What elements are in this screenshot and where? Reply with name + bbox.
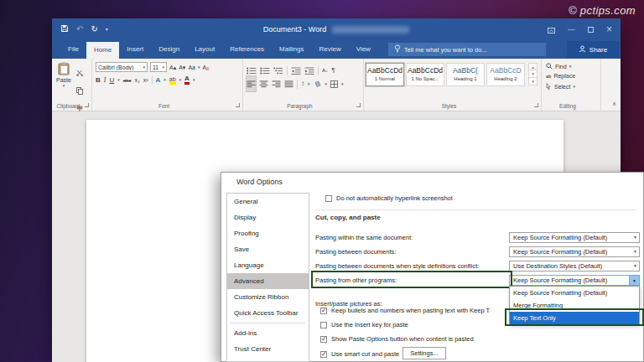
insert-key-checkbox-row[interactable]: Use the Insert key for paste	[320, 321, 408, 328]
sidebar-item-save[interactable]: Save	[227, 241, 309, 257]
font-size-select[interactable]: 11▾	[150, 62, 167, 72]
replace-button[interactable]: ab Replace	[546, 73, 575, 79]
font-name-select[interactable]: Calibri (Body)▾	[96, 62, 148, 72]
font-group: Calibri (Body)▾ 11▾ A▴ A▾ Aa▾ A B I U▾ a…	[92, 59, 243, 111]
scroll-down-icon[interactable]: ▾	[528, 70, 538, 78]
tab-layout[interactable]: Layout	[187, 40, 222, 59]
sidebar-item-add-ins[interactable]: Add-ins	[227, 325, 309, 341]
styles-group: AaBbCcDd 1 Normal AaBbCcDd 1 No Spac... …	[364, 59, 542, 111]
ribbon-display-options-icon[interactable]	[548, 22, 555, 37]
text-effects-button[interactable]: A	[156, 77, 161, 84]
sidebar-item-advanced[interactable]: Advanced	[227, 273, 309, 289]
keep-bullets-checkbox-row[interactable]: Keep bullets and numbers when pasting te…	[320, 307, 490, 314]
pasting-between-dropdown[interactable]: Keep Source Formatting (Default) ▼	[509, 246, 640, 257]
align-left-icon[interactable]	[247, 76, 256, 91]
share-button[interactable]: Share	[567, 41, 619, 58]
shrink-font-button[interactable]: A▾	[179, 65, 185, 70]
pasting-between-label: Pasting between documents:	[315, 246, 396, 257]
pasting-conflict-dropdown[interactable]: Use Destination Styles (Default) ▼	[509, 261, 640, 272]
search-icon	[546, 63, 553, 70]
sidebar-item-general[interactable]: General	[227, 194, 309, 209]
checkbox-checked[interactable]	[320, 308, 327, 314]
checkbox-unchecked[interactable]	[325, 195, 332, 202]
annotation-box-label	[311, 271, 512, 288]
select-button[interactable]: Select ▾	[546, 83, 575, 90]
checkbox-checked[interactable]	[320, 351, 327, 358]
style-normal[interactable]: AaBbCcDd 1 Normal	[366, 63, 404, 86]
paste-button[interactable]: Paste ▾	[54, 62, 74, 88]
align-right-icon[interactable]	[272, 76, 281, 91]
dropdown-value: Keep Source Formatting (Default)	[513, 277, 607, 284]
tab-mailings[interactable]: Mailings	[272, 40, 311, 59]
pasting-other-programs-dropdown[interactable]: Keep Source Formatting (Default) ▼	[509, 275, 640, 286]
lightbulb-icon	[394, 44, 401, 54]
styles-dialog-launcher-icon[interactable]	[534, 103, 538, 107]
sidebar-item-display[interactable]: Display	[227, 209, 309, 225]
sidebar-item-quick-access-toolbar[interactable]: Quick Access Toolbar	[227, 305, 309, 321]
tab-view[interactable]: View	[349, 40, 378, 59]
font-dialog-launcher-icon[interactable]	[236, 103, 240, 107]
styles-more-icon[interactable]: ▾	[528, 78, 538, 85]
dropdown-arrow-button[interactable]: ▼	[629, 276, 639, 285]
style-no-spacing[interactable]: AaBbCcDd 1 No Spac...	[406, 63, 444, 86]
tell-me-box[interactable]: Tell me what you want to do...	[388, 43, 546, 56]
font-color-button[interactable]: A	[184, 75, 190, 85]
checkbox-label: Keep bullets and numbers when pasting te…	[331, 307, 490, 314]
style-heading-1[interactable]: AaBbC( Heading 1	[446, 63, 485, 86]
checkbox-checked[interactable]	[320, 336, 327, 343]
replace-icon: ab	[546, 74, 551, 79]
line-spacing-icon[interactable]: ↕	[301, 80, 304, 87]
justify-icon[interactable]	[284, 76, 293, 91]
maximize-icon[interactable]	[588, 27, 594, 33]
strikethrough-button[interactable]: abc	[123, 78, 132, 83]
style-heading-2[interactable]: AaBbCcD Heading 2	[486, 63, 525, 86]
subscript-button[interactable]: x₂	[134, 77, 139, 83]
tab-design[interactable]: Design	[151, 40, 187, 59]
shading-icon[interactable]	[314, 76, 322, 91]
dialog-sidebar: General Display Proofing Save Language A…	[226, 193, 309, 362]
hyperlink-checkbox-row[interactable]: Do not automatically hyperlink screensho…	[325, 194, 453, 202]
sidebar-item-language[interactable]: Language	[227, 257, 309, 273]
sidebar-item-trust-center[interactable]: Trust Center	[227, 341, 309, 357]
ribbon-tab-bar: File Home Insert Design Layout Reference…	[52, 40, 621, 59]
settings-button[interactable]: Settings...	[402, 347, 446, 359]
underline-button[interactable]: U	[109, 77, 114, 84]
paragraph-group-label: Paragraph	[243, 103, 356, 109]
style-name: 1 No Spac...	[407, 76, 444, 81]
style-preview: AaBbCcDd	[407, 66, 444, 75]
scroll-up-icon[interactable]: ▴	[528, 63, 538, 70]
pilcrow-icon[interactable]: ¶	[331, 67, 335, 74]
grow-font-button[interactable]: A▴	[169, 65, 176, 70]
checkbox-unchecked[interactable]	[320, 322, 327, 328]
tab-references[interactable]: References	[222, 40, 272, 59]
clipboard-dialog-launcher-icon[interactable]	[85, 103, 89, 107]
collapse-ribbon-icon[interactable]: ∧	[612, 101, 616, 107]
borders-icon[interactable]	[330, 76, 338, 91]
change-case-button[interactable]: Aa	[188, 65, 195, 70]
find-button[interactable]: Find ▾	[546, 63, 571, 70]
align-center-icon[interactable]	[259, 76, 268, 91]
dropdown-option-keep-source[interactable]: Keep Source Formatting (Default)	[510, 287, 639, 299]
sidebar-item-proofing[interactable]: Proofing	[227, 225, 309, 241]
tab-insert[interactable]: Insert	[119, 40, 151, 59]
paste-options-checkbox-row[interactable]: Show Paste Options button when content i…	[320, 335, 474, 343]
dialog-title: Word Options	[236, 178, 283, 186]
copy-icon[interactable]	[76, 83, 83, 98]
tab-review[interactable]: Review	[311, 40, 348, 59]
sidebar-item-customize-ribbon[interactable]: Customize Ribbon	[227, 289, 309, 305]
paragraph-dialog-launcher-icon[interactable]	[356, 103, 361, 107]
superscript-button[interactable]: x²	[143, 77, 148, 83]
clear-formatting-button[interactable]: A	[202, 65, 206, 70]
bold-button[interactable]: B	[96, 77, 101, 84]
close-icon[interactable]: ×	[606, 23, 612, 35]
tab-home[interactable]: Home	[86, 42, 119, 59]
tab-file[interactable]: File	[60, 40, 86, 59]
pasting-within-dropdown[interactable]: Keep Source Formatting (Default) ▼	[509, 232, 640, 243]
pasting-within-label: Pasting within the same document:	[315, 232, 413, 243]
highlight-color-button[interactable]: ab	[169, 76, 176, 85]
smart-cut-paste-checkbox-row[interactable]: Use smart cut and paste	[320, 350, 409, 358]
sort-icon[interactable]: A↓	[322, 68, 328, 73]
italic-button[interactable]: I	[104, 77, 106, 84]
cut-icon[interactable]	[76, 65, 83, 80]
minimize-icon[interactable]: —	[568, 25, 575, 34]
